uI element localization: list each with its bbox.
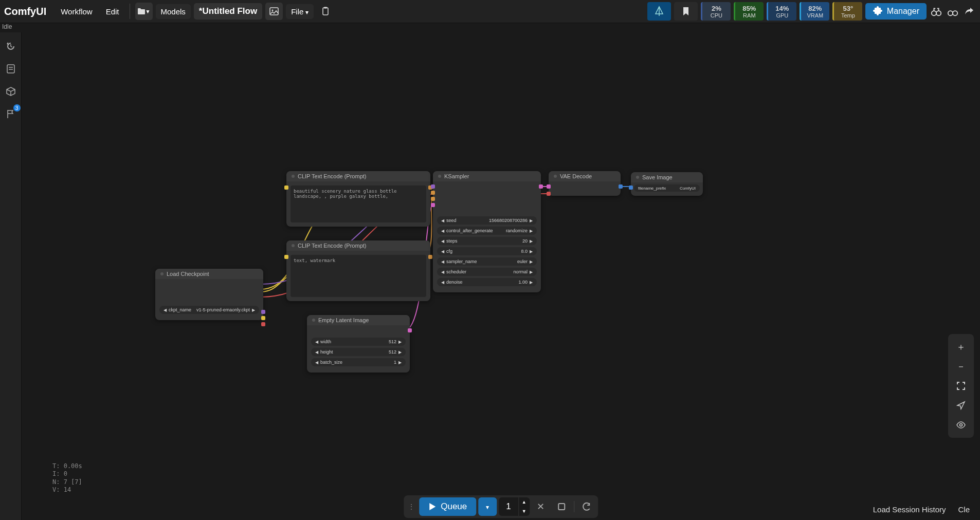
dot-icon (636, 176, 639, 179)
eye-button[interactable] (951, 415, 971, 435)
refresh-button[interactable] (577, 497, 596, 516)
node-header[interactable]: KSampler (433, 171, 541, 181)
node-header[interactable]: Load Checkpoint (155, 269, 263, 279)
triangle-right-icon: ▶ (530, 239, 533, 244)
search-left-icon[interactable] (930, 5, 943, 18)
port-images-in[interactable] (629, 185, 633, 190)
models-button[interactable]: Models (156, 4, 191, 19)
node-save-image[interactable]: Save Image filename_prefix ComfyUI (631, 172, 703, 196)
param-row[interactable]: ◀cfg8.0▶ (437, 247, 537, 255)
menu-workflow[interactable]: Workflow (56, 5, 97, 18)
sidebar-extensions[interactable]: 3 (4, 107, 17, 121)
stop-icon (557, 503, 566, 511)
port-model[interactable] (261, 310, 265, 314)
param-row[interactable]: ◀batch_size1▶ (311, 358, 406, 366)
night-mode-indicator[interactable] (647, 2, 671, 21)
stop-button[interactable] (552, 497, 571, 516)
node-canvas[interactable]: Load Checkpoint ◀ ckpt_name v1-5-pruned-… (22, 32, 980, 520)
stat-temp: 53° Temp (832, 2, 862, 21)
param-filename-prefix[interactable]: filename_prefix ComfyUI (634, 184, 700, 192)
port-latent-in[interactable] (431, 203, 435, 207)
sidebar-box[interactable] (4, 85, 17, 98)
node-ksampler[interactable]: KSampler ◀seed156680208700286▶◀control_a… (433, 171, 541, 292)
port-conditioning-out[interactable] (428, 255, 432, 259)
param-row[interactable]: ◀width512▶ (311, 338, 406, 346)
queue-dropdown[interactable] (478, 497, 497, 516)
port-model-in[interactable] (431, 184, 435, 189)
node-header[interactable]: CLIP Text Encode (Prompt) (286, 171, 430, 181)
sidebar-notes[interactable] (4, 62, 17, 76)
param-row[interactable]: ◀height512▶ (311, 348, 406, 356)
status-bar: Idle (0, 23, 980, 32)
port-latent-out[interactable] (408, 328, 412, 332)
workflow-title[interactable]: *Untitled Flow (194, 3, 262, 20)
svg-point-8 (953, 11, 957, 15)
node-clip-negative[interactable]: CLIP Text Encode (Prompt) text, watermar… (286, 240, 430, 301)
grip-icon[interactable]: ⋮ (406, 503, 417, 511)
clear-link[interactable]: Cle (958, 505, 970, 514)
node-header[interactable]: VAE Decode (549, 171, 621, 181)
bookmark-button[interactable] (674, 2, 698, 21)
bottom-toolbar[interactable]: ⋮ Queue 1 ▲ ▼ ✕ (404, 495, 598, 518)
file-menu[interactable]: File (286, 4, 314, 19)
sidebar-theme[interactable] (4, 499, 17, 513)
port-samples-in[interactable] (547, 184, 551, 189)
triangle-right-icon: ▶ (398, 340, 402, 344)
count-up[interactable]: ▲ (518, 497, 530, 507)
image-button[interactable] (265, 3, 283, 20)
prompt-text[interactable]: text, watermark (291, 255, 426, 297)
manager-button[interactable]: Manager (865, 3, 927, 20)
share-icon[interactable] (963, 5, 976, 18)
port-clip-in[interactable] (284, 255, 288, 259)
triangle-right-icon: ▶ (530, 249, 533, 254)
temp-label: Temp (841, 12, 855, 18)
search-right-icon[interactable] (946, 5, 959, 18)
triangle-right-icon: ▶ (530, 218, 533, 223)
count-down[interactable]: ▼ (518, 507, 530, 516)
port-vae-in[interactable] (547, 192, 551, 196)
node-header[interactable]: CLIP Text Encode (Prompt) (286, 240, 430, 251)
triangle-left-icon: ◀ (315, 360, 318, 365)
param-ckpt-name[interactable]: ◀ ckpt_name v1-5-pruned-emaonly.ckpt ▶ (159, 306, 259, 314)
param-row[interactable]: ◀seed156680208700286▶ (437, 216, 537, 225)
node-header[interactable]: Save Image (631, 172, 703, 182)
cpu-label: CPU (711, 12, 722, 18)
navigate-button[interactable] (951, 396, 971, 415)
port-negative-in[interactable] (431, 197, 435, 201)
moon-icon (6, 501, 16, 511)
play-icon (428, 503, 435, 511)
prompt-text[interactable]: beautiful scenery nature glass bottle la… (291, 185, 426, 222)
port-positive-in[interactable] (431, 191, 435, 195)
param-row[interactable]: ◀denoise1.00▶ (437, 278, 537, 286)
node-clip-positive[interactable]: CLIP Text Encode (Prompt) beautiful scen… (286, 171, 430, 227)
load-session-link[interactable]: Load Session History (873, 505, 946, 514)
sidebar-history[interactable] (4, 40, 17, 53)
queue-button[interactable]: Queue (419, 497, 476, 516)
node-empty-latent[interactable]: Empty Latent Image ◀width512▶◀height512▶… (307, 315, 410, 373)
port-latent-out[interactable] (539, 184, 543, 189)
node-vae-decode[interactable]: VAE Decode (549, 171, 621, 196)
port-clip-in[interactable] (284, 185, 288, 190)
fit-screen-button[interactable] (951, 376, 971, 396)
node-load-checkpoint[interactable]: Load Checkpoint ◀ ckpt_name v1-5-pruned-… (155, 269, 263, 320)
param-label: batch_size (320, 360, 342, 365)
stat-cpu: 2% CPU (701, 2, 731, 21)
param-row[interactable]: ◀schedulernormal▶ (437, 268, 537, 276)
param-row[interactable]: ◀steps20▶ (437, 237, 537, 245)
zoom-in-button[interactable]: ＋ (951, 337, 971, 357)
stat-i: I: 0 (52, 470, 82, 478)
port-image-out[interactable] (619, 184, 623, 189)
port-clip[interactable] (261, 316, 265, 320)
param-row[interactable]: ◀control_after_generaterandomize▶ (437, 227, 537, 235)
node-header[interactable]: Empty Latent Image (307, 315, 410, 325)
zoom-out-button[interactable]: － (951, 357, 971, 376)
param-row[interactable]: ◀sampler_nameeuler▶ (437, 257, 537, 266)
stat-gpu: 14% GPU (767, 2, 796, 21)
param-value: v1-5-pruned-emaonly.ckpt (196, 307, 250, 312)
cancel-button[interactable]: ✕ (532, 497, 550, 516)
port-vae[interactable] (261, 322, 265, 326)
cpu-value: 2% (712, 5, 721, 12)
menu-edit[interactable]: Edit (101, 5, 124, 18)
clipboard-button[interactable] (317, 3, 334, 20)
folder-dropdown[interactable]: ▼ (135, 3, 153, 20)
